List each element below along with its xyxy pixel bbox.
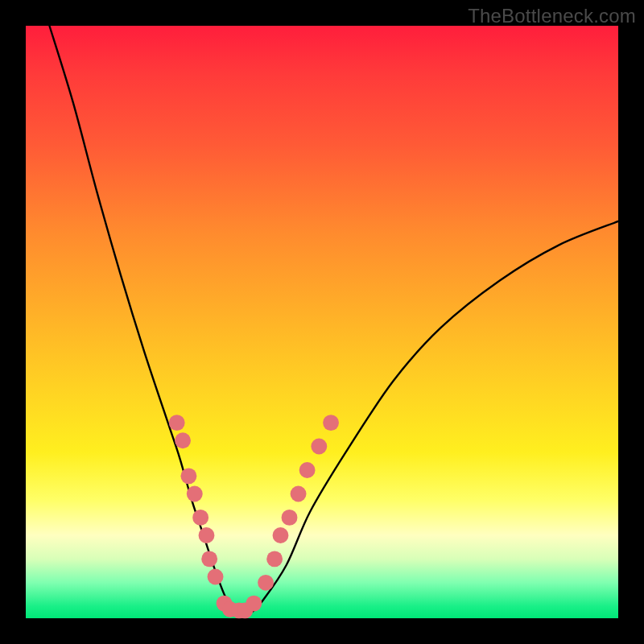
plot-area — [26, 26, 618, 618]
curve-marker — [311, 439, 327, 455]
curve-marker — [199, 527, 215, 543]
watermark-text: TheBottleneck.com — [468, 5, 636, 27]
curve-marker — [201, 551, 217, 567]
curve-marker — [169, 415, 185, 431]
chart-frame: TheBottleneck.com — [0, 0, 644, 644]
curve-marker — [282, 510, 298, 526]
curve-marker — [187, 486, 203, 502]
bottleneck-curve — [49, 26, 618, 613]
curve-marker — [180, 468, 196, 484]
curve-markers — [169, 415, 339, 618]
curve-svg — [26, 26, 618, 618]
curve-marker — [246, 596, 262, 612]
curve-marker — [299, 462, 316, 478]
curve-marker — [323, 415, 339, 431]
curve-marker — [258, 575, 274, 591]
curve-marker — [291, 486, 307, 502]
curve-marker — [266, 551, 283, 567]
curve-marker — [192, 510, 208, 526]
curve-marker — [273, 527, 289, 543]
curve-marker — [208, 569, 224, 585]
curve-marker — [175, 432, 191, 448]
